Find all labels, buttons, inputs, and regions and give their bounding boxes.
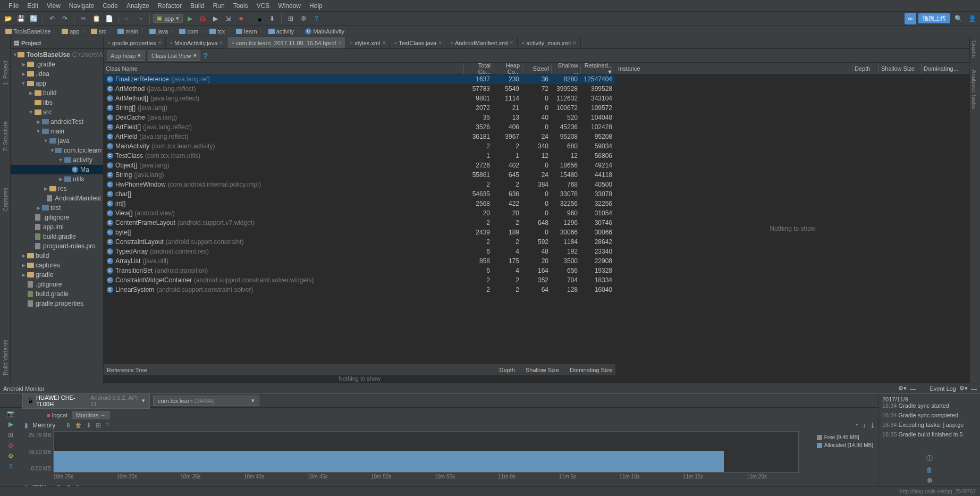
tree-item[interactable]: ▶utils — [11, 174, 103, 184]
attach-icon[interactable]: ⇲ — [222, 13, 234, 24]
tree-item[interactable]: ▶build — [11, 251, 103, 260]
menu-refactor[interactable]: Refactor — [154, 2, 186, 10]
menu-code[interactable]: Code — [98, 2, 122, 10]
help-icon[interactable]: ? — [105, 422, 109, 429]
captures-tab[interactable]: Captures — [2, 186, 9, 214]
sync-icon[interactable]: 🔄 — [28, 13, 39, 24]
structure-icon[interactable]: ⊞ — [285, 13, 297, 24]
menu-run[interactable]: Run — [209, 2, 229, 10]
col-heap[interactable]: Heap Co... — [493, 63, 522, 74]
table-row[interactable]: CString[] (java.lang) 207221010067210957… — [104, 103, 615, 113]
table-row[interactable]: Cbyte[] 243918903006630066 — [104, 228, 615, 237]
screenshot-icon[interactable]: 📷 — [7, 410, 15, 417]
menu-view[interactable]: View — [43, 2, 65, 10]
event-item[interactable]: 2017/11/916:34 Gradle sync started — [882, 396, 977, 409]
table-row[interactable]: CArtField (java.lang.reflect) 3618139672… — [104, 132, 615, 141]
table-row[interactable]: CArrayList (java.util) 85817520350022908 — [104, 256, 615, 266]
build-variants-tab[interactable]: Build Variants — [2, 338, 9, 377]
tree-item[interactable]: ▼java — [11, 136, 103, 146]
col-depth[interactable]: Depth — [500, 367, 515, 373]
col-dominating[interactable]: Dominating Size — [570, 367, 612, 373]
settings-icon[interactable]: ⚙ — [298, 13, 309, 24]
save-icon[interactable]: 💾 — [15, 13, 27, 24]
table-row[interactable]: CDexCache (java.lang) 351340520104048 — [104, 113, 615, 122]
search-icon[interactable]: 🔍 — [952, 13, 964, 24]
paste-icon[interactable]: 📄 — [103, 13, 115, 24]
tree-item[interactable]: ▶test — [11, 203, 103, 213]
structure-tab[interactable]: 7: Structure — [2, 119, 9, 154]
col-total[interactable]: Total Co... — [464, 63, 493, 74]
editor-tab[interactable]: ▫TestClass.java× — [390, 37, 446, 49]
pause-icon[interactable]: ⏸ — [65, 422, 71, 429]
table-row[interactable]: Cchar[] 5463563603307833078 — [104, 189, 615, 199]
table-row[interactable]: CConstraintWidgetContainer (android.supp… — [104, 275, 615, 285]
tree-item[interactable]: ▼src — [11, 107, 103, 117]
avd-icon[interactable]: 📱 — [254, 13, 265, 24]
table-row[interactable]: CObject[] (java.lang) 272640201865649214 — [104, 161, 615, 170]
tree-item[interactable]: AndroidManifest — [11, 194, 103, 203]
user-icon[interactable]: 👤 — [966, 13, 978, 24]
table-row[interactable]: CString (java.lang) 55861645241548044118 — [104, 170, 615, 180]
help-icon[interactable]: ? — [204, 52, 208, 60]
gc-icon[interactable]: 🗑 — [75, 422, 82, 429]
breadcrumb-item[interactable]: CMainActivity — [304, 28, 345, 35]
copy-icon[interactable]: 📋 — [90, 13, 102, 24]
project-tree[interactable]: ▼ToolsBaseUse C:\Users\Adm▶.gradle▶.idea… — [11, 49, 103, 383]
profile-icon[interactable]: ▶ — [209, 13, 221, 24]
editor-tab[interactable]: ▫styles.xml× — [346, 37, 390, 49]
hide-icon[interactable]: — — [971, 385, 977, 392]
breadcrumb-item[interactable]: activity — [267, 28, 295, 35]
tree-root[interactable]: ▼ToolsBaseUse C:\Users\Adm — [11, 50, 103, 60]
editor-tab[interactable]: ▫AndroidManifest.xml× — [446, 37, 518, 49]
breadcrumb-item[interactable]: learn — [235, 28, 258, 35]
breadcrumb-item[interactable]: com — [178, 28, 199, 35]
record-icon[interactable]: ▶ — [9, 421, 13, 428]
event-item[interactable]: 16:34 Gradle sync completed — [882, 412, 977, 418]
tree-item[interactable]: build.gradle — [11, 232, 103, 241]
gear-icon[interactable]: ⚙▾ — [898, 385, 907, 392]
menu-build[interactable]: Build — [186, 2, 209, 10]
run-icon[interactable]: ▶ — [184, 13, 196, 24]
breadcrumb-item[interactable]: ToolsBaseUse — [4, 28, 52, 35]
close-icon[interactable]: × — [573, 40, 576, 46]
tree-item[interactable]: ▶.gradle — [11, 60, 103, 69]
tree-item[interactable]: ▼main — [11, 127, 103, 136]
help-icon[interactable]: ? — [310, 13, 322, 24]
gear-icon[interactable]: ⚙ — [8, 452, 14, 460]
tree-item[interactable]: .gitignore — [11, 213, 103, 222]
event-item[interactable]: 16:35 Gradle build finished in 5 — [882, 431, 977, 438]
tree-item[interactable]: ▶build — [11, 88, 103, 98]
tree-item[interactable]: app.iml — [11, 222, 103, 232]
table-row[interactable]: CArtMethod[] (java.lang.reflect) 9801111… — [104, 94, 615, 103]
tree-item[interactable]: ▶gradle — [11, 270, 103, 280]
menu-file[interactable]: File — [4, 2, 23, 10]
run-config-combo[interactable]: ▣ app ▾ — [153, 14, 183, 23]
android-monitor-bar[interactable]: Android Monitor ⚙▾ — Event Log ⚙▾ — — [0, 383, 980, 393]
editor-tab[interactable]: ▫gradle.properties× — [104, 37, 166, 49]
col-depth[interactable]: Depth — [852, 63, 879, 74]
close-icon[interactable]: × — [219, 40, 223, 46]
tree-item[interactable]: .gitignore — [11, 280, 103, 289]
cloud-icon[interactable]: ∞ — [905, 13, 916, 24]
table-row[interactable]: Cint[] 256842203225632256 — [104, 199, 615, 208]
table-row[interactable]: CHwPhoneWindow (com.android.internal.pol… — [104, 180, 615, 189]
breadcrumb-item[interactable]: src — [90, 28, 108, 35]
cut-icon[interactable]: ✂ — [78, 13, 89, 24]
forward-icon[interactable]: → — [134, 13, 146, 24]
editor-tab[interactable]: ▫activity_main.xml× — [518, 37, 581, 49]
col-instance[interactable]: Instance — [616, 63, 852, 74]
heap-combo[interactable]: App heap▾ — [107, 51, 145, 61]
track-icon[interactable]: ⊞ — [96, 422, 101, 429]
table-row[interactable]: CConstraintLayout (android.support.const… — [104, 237, 615, 247]
tree-item[interactable]: proguard-rules.pro — [11, 241, 103, 251]
debug-icon[interactable]: 🐞 — [197, 13, 208, 24]
gear-icon[interactable]: ⚙▾ — [959, 385, 968, 392]
tree-item[interactable]: CMa — [11, 165, 103, 174]
tree-item[interactable]: ▶androidTest — [11, 117, 103, 127]
table-row[interactable]: CView[] (android.view) 2020096031054 — [104, 208, 615, 218]
table-row[interactable]: CTestClass (com.tcx.learn.utils) 1112125… — [104, 151, 615, 161]
col-shallow[interactable]: Shallow Size — [526, 367, 559, 373]
dump-icon[interactable]: ⬇ — [86, 422, 91, 429]
export-icon[interactable]: ⤓ — [870, 422, 875, 429]
table-row[interactable]: CLinearSystem (android.support.constrain… — [104, 285, 615, 295]
